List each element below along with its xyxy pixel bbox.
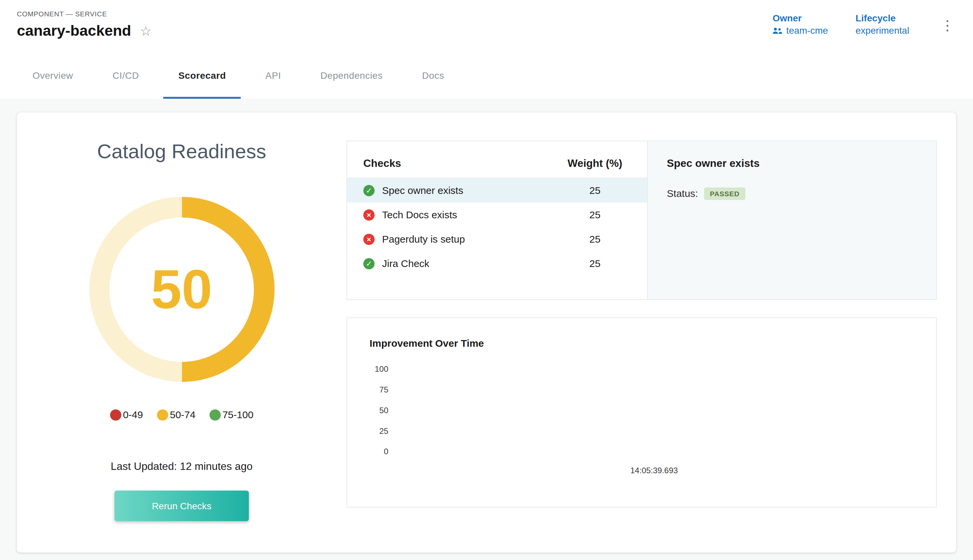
gauge-legend: 0-4950-7475-100 bbox=[110, 410, 254, 421]
check-row[interactable]: ×Pagerduty is setup25 bbox=[347, 227, 648, 251]
check-row[interactable]: ✓Jira Check25 bbox=[347, 251, 648, 276]
owner-label: Owner bbox=[773, 12, 828, 23]
check-name: Jira Check bbox=[382, 258, 557, 269]
check-weight: 25 bbox=[557, 209, 633, 220]
check-passed-icon: ✓ bbox=[363, 258, 375, 269]
scorecard-card: Catalog Readiness 50 0-4950-7475-100 Las… bbox=[17, 112, 956, 552]
entity-about-cluster: Owner team-cme Lifecycle experimen bbox=[773, 10, 958, 36]
check-failed-icon: × bbox=[363, 233, 375, 245]
y-axis-tick: 50 bbox=[370, 405, 388, 417]
tab-overview[interactable]: Overview bbox=[17, 54, 88, 99]
chart-title: Improvement Over Time bbox=[370, 338, 936, 349]
weight-column-header: Weight (%) bbox=[557, 158, 633, 170]
page: COMPONENT — SERVICE canary-backend ☆ Own… bbox=[0, 0, 973, 560]
checks-table-header: Checks Weight (%) bbox=[347, 154, 648, 178]
group-icon bbox=[773, 27, 783, 34]
x-axis-tick: 14:05:39.693 bbox=[631, 465, 678, 475]
check-status-row: Status: PASSED bbox=[667, 188, 917, 200]
kebab-menu-icon[interactable]: ⋮ bbox=[936, 17, 958, 35]
content-area: Catalog Readiness 50 0-4950-7475-100 Las… bbox=[0, 99, 973, 560]
check-detail-title: Spec owner exists bbox=[667, 158, 917, 170]
tab-api[interactable]: API bbox=[250, 54, 296, 99]
checks-table: Checks Weight (%) ✓Spec owner exists25×T… bbox=[347, 141, 648, 299]
y-axis-tick: 75 bbox=[370, 384, 388, 396]
lifecycle-value: experimental bbox=[856, 25, 909, 36]
gauge-score: 50 bbox=[151, 258, 212, 322]
check-failed-icon: × bbox=[363, 209, 375, 220]
entity-header-left: COMPONENT — SERVICE canary-backend ☆ bbox=[17, 10, 152, 39]
tab-dependencies[interactable]: Dependencies bbox=[305, 54, 398, 99]
legend-dot-icon bbox=[157, 410, 168, 421]
check-name: Spec owner exists bbox=[382, 185, 557, 196]
entity-header: COMPONENT — SERVICE canary-backend ☆ Own… bbox=[0, 0, 973, 54]
readiness-gauge: 50 bbox=[89, 197, 274, 382]
scorecard-title: Catalog Readiness bbox=[97, 140, 266, 163]
tab-scorecard[interactable]: Scorecard bbox=[163, 54, 241, 99]
entity-kind-breadcrumb: COMPONENT — SERVICE bbox=[17, 10, 152, 17]
favorite-star-icon[interactable]: ☆ bbox=[140, 24, 152, 37]
tab-ci-cd[interactable]: CI/CD bbox=[97, 54, 154, 99]
status-label: Status: bbox=[667, 188, 698, 200]
checks-column-header: Checks bbox=[363, 158, 557, 170]
legend-dot-icon bbox=[110, 410, 121, 421]
checks-and-chart: Checks Weight (%) ✓Spec owner exists25×T… bbox=[347, 112, 956, 552]
legend-dot-icon bbox=[209, 410, 221, 421]
y-axis-tick: 25 bbox=[370, 425, 388, 437]
check-name: Tech Docs exists bbox=[382, 209, 557, 220]
owner-link[interactable]: team-cme bbox=[773, 25, 828, 36]
y-axis-tick: 0 bbox=[370, 445, 388, 458]
check-weight: 25 bbox=[557, 233, 633, 245]
legend-item: 0-49 bbox=[110, 410, 143, 421]
page-title: canary-backend bbox=[17, 22, 131, 39]
legend-item: 75-100 bbox=[209, 410, 254, 421]
owner-value: team-cme bbox=[786, 25, 828, 36]
entity-tabs: OverviewCI/CDScorecardAPIDependenciesDoc… bbox=[0, 54, 973, 99]
check-row[interactable]: ✓Spec owner exists25 bbox=[347, 178, 648, 203]
owner-block: Owner team-cme bbox=[773, 12, 828, 35]
lifecycle-label: Lifecycle bbox=[856, 12, 909, 23]
tab-docs[interactable]: Docs bbox=[407, 54, 459, 99]
legend-item: 50-74 bbox=[157, 410, 195, 421]
checks-rows: ✓Spec owner exists25×Tech Docs exists25×… bbox=[347, 178, 648, 276]
lifecycle-block: Lifecycle experimental bbox=[856, 12, 909, 35]
check-weight: 25 bbox=[557, 185, 633, 196]
readiness-section: Catalog Readiness 50 0-4950-7475-100 Las… bbox=[17, 112, 347, 552]
check-detail-panel: Spec owner exists Status: PASSED bbox=[648, 141, 936, 299]
status-badge: PASSED bbox=[704, 188, 745, 200]
check-passed-icon: ✓ bbox=[363, 185, 375, 196]
last-updated-text: Last Updated: 12 minutes ago bbox=[111, 460, 253, 473]
chart-y-axis: 1007550250 bbox=[370, 363, 936, 466]
gauge-inner: 50 bbox=[110, 217, 254, 362]
rerun-checks-button[interactable]: Rerun Checks bbox=[115, 491, 249, 521]
check-row[interactable]: ×Tech Docs exists25 bbox=[347, 203, 648, 227]
checks-panel: Checks Weight (%) ✓Spec owner exists25×T… bbox=[347, 140, 937, 300]
check-name: Pagerduty is setup bbox=[382, 233, 557, 245]
improvement-chart-panel: Improvement Over Time 1007550250 14:05:3… bbox=[347, 317, 937, 507]
check-weight: 25 bbox=[557, 258, 633, 269]
y-axis-tick: 100 bbox=[370, 363, 388, 375]
